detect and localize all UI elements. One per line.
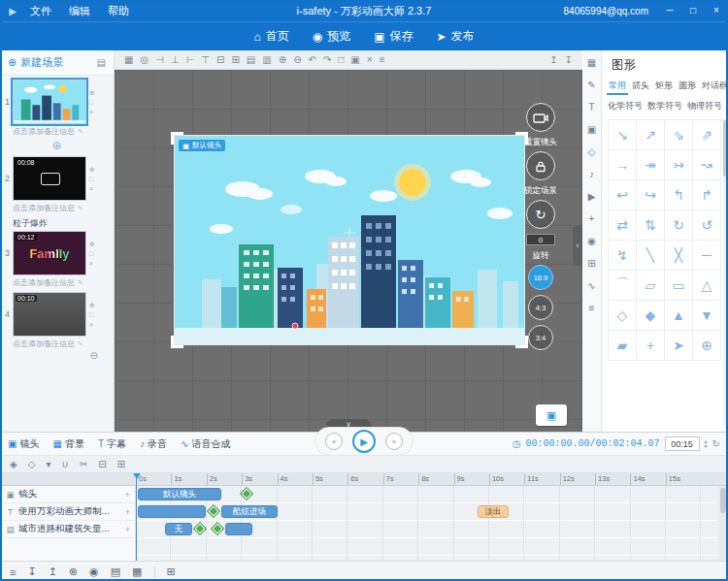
text-tool-icon[interactable]: T: [588, 103, 594, 113]
ratio-4-3-button[interactable]: 4:3: [528, 295, 553, 320]
menu-help[interactable]: 帮助: [99, 0, 138, 21]
align-left-icon[interactable]: ⊣: [155, 54, 164, 65]
shape-item[interactable]: ⇘: [665, 120, 693, 150]
export-icon[interactable]: ↥: [549, 54, 557, 65]
scene-duplicate-icon[interactable]: □: [89, 250, 95, 257]
entrance-effect-block[interactable]: 酷炫进场: [221, 505, 278, 518]
shape-item[interactable]: ⇄: [609, 210, 637, 241]
shape-item[interactable]: ▱: [637, 271, 665, 301]
add-track-icon[interactable]: ⊞: [167, 565, 176, 578]
background-button[interactable]: ▦ 背景: [52, 437, 83, 451]
shape-item[interactable]: ↰: [665, 180, 693, 210]
shape-item[interactable]: ➤: [665, 331, 693, 361]
shape-item[interactable]: ↪: [637, 180, 665, 210]
scrollbar-thumb[interactable]: [723, 120, 727, 177]
lock-scene-button[interactable]: [526, 151, 555, 180]
list-icon[interactable]: ≡: [10, 566, 16, 578]
import-icon[interactable]: ↧: [565, 54, 573, 65]
scene-duration-input[interactable]: 00:15: [665, 436, 700, 451]
scene-insert-icon[interactable]: ⊕: [89, 302, 95, 308]
scrollbar-thumb[interactable]: [720, 488, 726, 513]
rotate-button[interactable]: ↻: [526, 200, 555, 229]
move-up-icon[interactable]: ↥: [49, 565, 57, 578]
camera-block[interactable]: 默认镜头: [138, 488, 221, 500]
collapse-tracks-icon[interactable]: ⊟: [98, 459, 106, 469]
shape-item[interactable]: ↝: [693, 150, 721, 180]
zoom-in-icon[interactable]: ⊕: [279, 54, 286, 65]
scene-delete-icon[interactable]: ×: [89, 185, 95, 192]
shape-item[interactable]: ╳: [665, 241, 693, 271]
scene-list-collapse-button[interactable]: ⊖: [0, 351, 114, 363]
scene-caption[interactable]: 点击添加备注信息 ✎: [13, 126, 114, 137]
lock-track-icon[interactable]: ▤: [111, 565, 120, 578]
shape-item[interactable]: ▭: [665, 271, 693, 301]
reset-camera-button[interactable]: [526, 103, 555, 132]
playhead[interactable]: [136, 473, 137, 561]
scene-thumbnail-4[interactable]: 00:10: [13, 292, 86, 337]
scene-thumbnail-2[interactable]: 00:08: [13, 156, 86, 201]
new-scene-button[interactable]: ⊕ 新建场景: [8, 55, 63, 70]
text-block[interactable]: [138, 505, 206, 518]
track-row-text[interactable]: T 使用万彩动画大师制... +: [0, 503, 135, 521]
shapes-tool-icon[interactable]: ◇: [588, 147, 596, 157]
shape-item[interactable]: +: [637, 331, 665, 361]
shape-item[interactable]: ↱: [693, 180, 721, 210]
scene-duplicate-icon[interactable]: □: [89, 99, 95, 106]
align-bottom-icon[interactable]: ⊥: [171, 54, 180, 65]
distribute-v-icon[interactable]: ⊞: [231, 54, 239, 65]
shape-item[interactable]: ↠: [637, 150, 665, 180]
scene-duplicate-icon[interactable]: □: [89, 311, 95, 318]
keyframe-diamond[interactable]: [208, 505, 218, 516]
shape-item[interactable]: ╲: [637, 241, 665, 271]
keyframe-add-icon[interactable]: ◈: [10, 459, 17, 469]
group-icon[interactable]: ▦: [132, 565, 142, 578]
step-down-button[interactable]: ▾: [705, 444, 708, 449]
loop-icon[interactable]: ↻: [712, 438, 720, 449]
stage-area[interactable]: ▣ 默认镜头 重置镜头 锁定场景 ↻ 0: [115, 70, 582, 432]
stage[interactable]: ▣ 默认镜头: [175, 136, 524, 344]
scene-delete-icon[interactable]: ×: [89, 260, 95, 267]
move-down-icon[interactable]: ↧: [27, 565, 36, 578]
shape-item[interactable]: ⇅: [637, 210, 665, 241]
tab-chemistry-symbols[interactable]: 化学符号: [608, 100, 643, 113]
timeline-ruler[interactable]: 0s 1s 2s 3s 4s 5s 6s 7s 8s 9s 10s 11s 12…: [0, 473, 728, 486]
grid-icon[interactable]: ▦: [124, 54, 133, 65]
shape-item[interactable]: ◆: [637, 301, 665, 331]
redo-icon[interactable]: ↷: [323, 54, 331, 65]
shape-item[interactable]: ▲: [665, 301, 693, 331]
music-tool-icon[interactable]: ♪: [589, 170, 594, 179]
scene-insert-icon[interactable]: ⊕: [89, 166, 95, 173]
scene-duplicate-icon[interactable]: □: [89, 176, 95, 182]
shape-item[interactable]: ▰: [609, 331, 637, 361]
cut-icon[interactable]: ✂: [80, 459, 87, 469]
add-scene-between-button[interactable]: ⊕: [0, 139, 114, 152]
expand-tracks-icon[interactable]: ⊞: [117, 459, 125, 469]
timeline-scrollbar[interactable]: [718, 486, 728, 561]
dropdown-icon[interactable]: ▾: [46, 459, 50, 469]
panels-icon[interactable]: ▥: [262, 54, 271, 65]
shape-item[interactable]: ⊕: [693, 331, 721, 361]
shape-item[interactable]: ▼: [693, 301, 721, 331]
menu-icon[interactable]: ≡: [380, 54, 385, 65]
scene-name-label[interactable]: 粒子爆炸: [13, 217, 114, 230]
magnet-icon[interactable]: ∪: [61, 459, 68, 469]
track-row-image[interactable]: ▤ 城市道路和建筑矢量... +: [0, 521, 135, 538]
scene-thumbnail-1[interactable]: [13, 80, 86, 124]
scene-delete-icon[interactable]: ×: [89, 109, 95, 115]
shape-item[interactable]: ↯: [609, 241, 637, 271]
import-scene-icon[interactable]: ▤: [97, 57, 106, 68]
distribute-h-icon[interactable]: ⊟: [216, 54, 224, 65]
tab-rectangles[interactable]: 矩形: [653, 79, 675, 95]
home-button[interactable]: ⌂ 首页: [253, 28, 288, 45]
paste-icon[interactable]: ▣: [350, 54, 359, 65]
exit-effect-block[interactable]: 淡出: [478, 505, 509, 518]
subtitle-button[interactable]: T 字幕: [98, 437, 126, 451]
camera-track-button[interactable]: ▣ 镜头: [8, 437, 39, 451]
record-audio-button[interactable]: ♪ 录音: [140, 437, 167, 451]
shape-item[interactable]: ⌒: [609, 271, 637, 301]
save-button[interactable]: ▣ 保存: [374, 28, 413, 45]
shapes-scrollbar[interactable]: [723, 120, 727, 426]
shape-item[interactable]: ─: [693, 241, 721, 271]
preview-button[interactable]: ◉ 预览: [313, 28, 350, 45]
skip-end-button[interactable]: »: [385, 433, 403, 450]
